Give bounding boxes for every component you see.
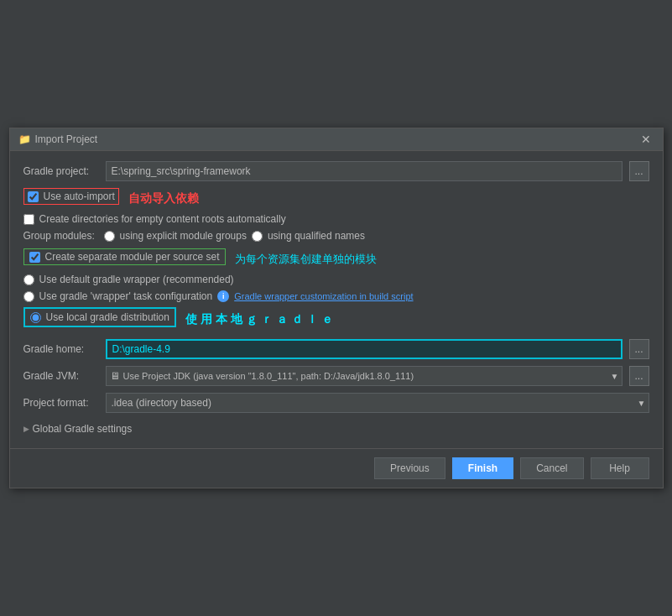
gradle-project-row: Gradle project: ...	[23, 161, 649, 181]
wrapper-task-radio[interactable]	[23, 291, 34, 302]
gradle-jvm-browse-button[interactable]: ...	[629, 366, 649, 386]
jdk-icon: 🖥	[110, 370, 120, 382]
local-gradle-row: Use local gradle distribution	[23, 307, 176, 327]
local-gradle-radio[interactable]	[30, 312, 41, 323]
local-gradle-section: Use local gradle distribution 使用本地ｇｒａｄｌｅ	[23, 307, 649, 332]
auto-import-section: Use auto-import 自动导入依赖	[23, 188, 649, 210]
project-format-select[interactable]: .idea (directory based)	[106, 393, 649, 413]
wrapper-info-link[interactable]: Gradle wrapper customization in build sc…	[234, 291, 413, 301]
create-separate-checkbox[interactable]	[29, 252, 40, 263]
footer: Previous Finish Cancel Help	[10, 448, 663, 488]
gradle-jvm-value: Use Project JDK (java version "1.8.0_111…	[123, 371, 618, 381]
gradle-jvm-label: Gradle JVM:	[23, 370, 99, 382]
gradle-jvm-select-wrapper: 🖥 Use Project JDK (java version "1.8.0_1…	[106, 366, 623, 386]
gradle-project-label: Gradle project:	[23, 165, 99, 177]
auto-import-annotation: 自动导入依赖	[128, 191, 199, 205]
project-format-select-wrapper: .idea (directory based) ▼	[106, 393, 649, 413]
global-gradle-settings-header[interactable]: ▶ Global Gradle settings	[23, 420, 649, 438]
use-auto-import-row: Use auto-import	[23, 188, 119, 205]
gradle-project-browse-button[interactable]: ...	[629, 161, 649, 181]
create-separate-row: Create separate module per source set	[23, 248, 226, 265]
create-dirs-row: Create directories for empty content roo…	[23, 213, 649, 225]
default-wrapper-label: Use default gradle wrapper (recommended)	[39, 274, 234, 285]
gradle-project-input[interactable]	[106, 161, 623, 181]
explicit-modules-radio[interactable]	[104, 231, 115, 242]
project-format-label: Project format:	[23, 397, 99, 409]
use-auto-import-label: Use auto-import	[44, 191, 115, 202]
project-format-row: Project format: .idea (directory based) …	[23, 393, 649, 413]
title-bar-left: 📁 Import Project	[18, 133, 98, 145]
gradle-jvm-row: Gradle JVM: 🖥 Use Project JDK (java vers…	[23, 366, 649, 386]
group-modules-row: Group modules: using explicit module gro…	[23, 230, 649, 242]
wrapper-task-label: Use gradle 'wrapper' task configuration	[39, 290, 213, 302]
create-separate-annotation: 为每个资源集创建单独的模块	[235, 253, 377, 265]
dialog-title: Import Project	[35, 133, 98, 145]
wrapper-info-icon[interactable]: i	[217, 290, 229, 302]
finish-button[interactable]: Finish	[452, 457, 513, 479]
dialog-icon: 📁	[18, 133, 30, 145]
previous-button[interactable]: Previous	[374, 457, 445, 479]
gradle-home-label: Gradle home:	[23, 343, 99, 355]
create-separate-section: Create separate module per source set 为每…	[23, 248, 649, 270]
wrapper-task-row: Use gradle 'wrapper' task configuration …	[23, 290, 649, 302]
local-gradle-annotation: 使用本地ｇｒａｄｌｅ	[185, 312, 336, 326]
create-dirs-label: Create directories for empty content roo…	[39, 213, 286, 225]
global-gradle-settings-label: Global Gradle settings	[33, 423, 133, 435]
gradle-home-input[interactable]	[106, 339, 623, 359]
create-dirs-checkbox[interactable]	[23, 214, 34, 225]
qualified-modules-label: using qualified names	[268, 230, 365, 242]
title-bar: 📁 Import Project ✕	[10, 128, 663, 151]
create-separate-label: Create separate module per source set	[45, 251, 220, 263]
gradle-home-browse-button[interactable]: ...	[629, 339, 649, 359]
default-wrapper-row: Use default gradle wrapper (recommended)	[23, 274, 649, 285]
help-button[interactable]: Help	[591, 457, 649, 479]
chevron-right-icon: ▶	[23, 425, 29, 433]
cancel-button[interactable]: Cancel	[520, 457, 583, 479]
local-gradle-label: Use local gradle distribution	[46, 311, 169, 323]
group-modules-label: Group modules:	[23, 230, 99, 242]
gradle-home-row: Gradle home: ...	[23, 339, 649, 359]
use-auto-import-checkbox[interactable]	[28, 191, 39, 202]
qualified-modules-radio[interactable]	[252, 231, 263, 242]
content-area: Gradle project: ... Use auto-import 自动导入…	[10, 151, 663, 448]
default-wrapper-radio[interactable]	[23, 274, 34, 285]
import-project-dialog: 📁 Import Project ✕ Gradle project: ... U…	[9, 128, 664, 488]
explicit-modules-label: using explicit module groups	[120, 230, 247, 242]
close-button[interactable]: ✕	[638, 133, 654, 145]
